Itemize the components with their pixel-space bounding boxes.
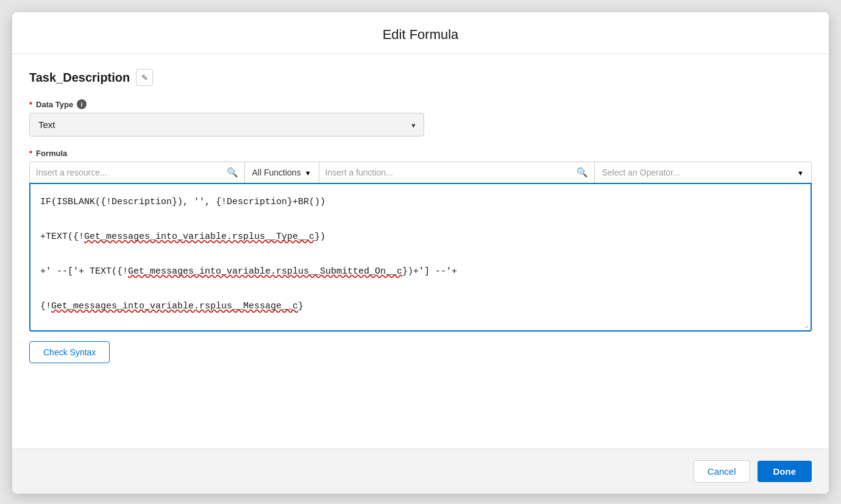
info-icon: i xyxy=(77,99,87,109)
cancel-button[interactable]: Cancel xyxy=(694,460,750,483)
function-search-icon: 🔍 xyxy=(577,167,588,178)
resource-search-input[interactable] xyxy=(36,168,223,177)
squiggly-2: Get_messages_into_variable.rsplus__Submi… xyxy=(128,266,402,277)
formula-display[interactable]: IF(ISBLANK({!Description}), '', {!Descri… xyxy=(30,184,811,330)
function-search-wrapper: 🔍 xyxy=(319,162,595,183)
modal-header: Edit Formula xyxy=(12,12,829,54)
formula-label-row: * Formula xyxy=(29,149,812,158)
field-title: Task_Description xyxy=(29,71,130,85)
data-type-select-wrapper: Text Number Date Boolean Currency xyxy=(29,113,424,137)
modal-title: Edit Formula xyxy=(24,27,817,43)
data-type-group: * Data Type i Text Number Date Boolean C… xyxy=(29,99,812,137)
modal-body: Task_Description ✎ * Data Type i Text Nu… xyxy=(12,54,829,449)
squiggly-1: Get_messages_into_variable.rsplus__Type_… xyxy=(84,232,314,242)
edit-formula-modal: Edit Formula Task_Description ✎ * Data T… xyxy=(12,12,829,494)
formula-label: Formula xyxy=(36,149,67,158)
modal-footer: Cancel Done xyxy=(12,449,829,494)
operator-dropdown[interactable]: Select an Operator... xyxy=(595,162,812,183)
done-button[interactable]: Done xyxy=(758,461,812,482)
data-type-select[interactable]: Text Number Date Boolean Currency xyxy=(29,113,424,137)
data-type-label-row: * Data Type i xyxy=(29,99,812,109)
functions-chevron-icon xyxy=(305,167,311,178)
field-title-row: Task_Description ✎ xyxy=(29,69,812,86)
check-syntax-button[interactable]: Check Syntax xyxy=(29,341,110,363)
pencil-icon: ✎ xyxy=(141,73,148,82)
formula-toolbar: 🔍 All Functions 🔍 Select an Operator... xyxy=(29,161,812,183)
formula-required-star: * xyxy=(29,149,32,158)
functions-dropdown[interactable]: All Functions xyxy=(245,162,319,183)
resource-search-wrapper: 🔍 xyxy=(30,162,245,183)
operator-placeholder-label: Select an Operator... xyxy=(602,168,794,177)
required-star: * xyxy=(29,100,32,109)
resource-search-icon: 🔍 xyxy=(227,167,238,178)
edit-field-name-button[interactable]: ✎ xyxy=(136,69,153,86)
operator-chevron-icon xyxy=(797,167,804,178)
formula-group: * Formula 🔍 All Functions 🔍 Sele xyxy=(29,149,812,363)
squiggly-3: Get_messages_into_variable.rsplus__Messa… xyxy=(51,301,298,311)
data-type-label: Data Type xyxy=(36,100,73,109)
function-search-input[interactable] xyxy=(325,168,573,177)
functions-label: All Functions xyxy=(252,168,301,177)
formula-editor-wrapper: IF(ISBLANK({!Description}), '', {!Descri… xyxy=(29,183,812,332)
